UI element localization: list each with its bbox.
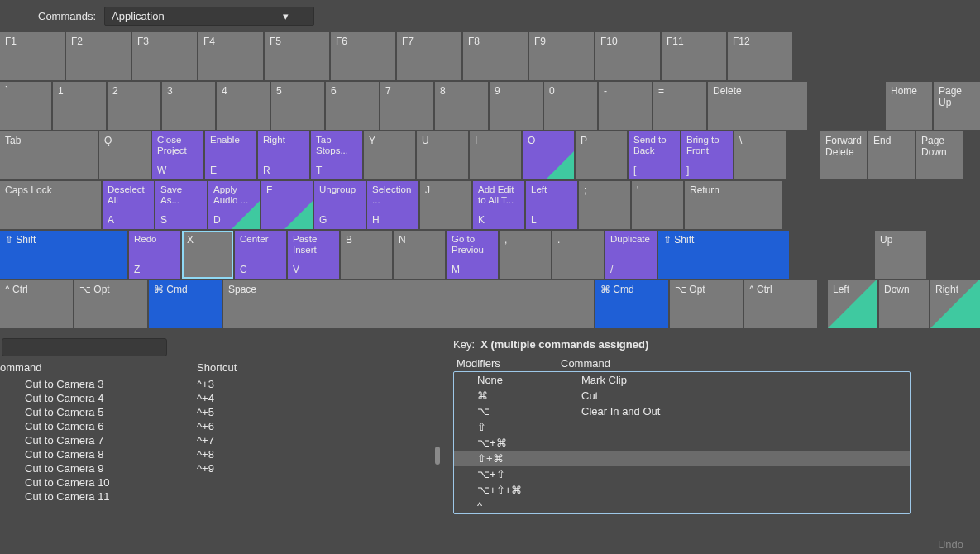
- modifier-row[interactable]: ⌥+⌘: [454, 435, 910, 451]
- key--cmd[interactable]: ⌘ Cmd: [595, 280, 668, 328]
- key--[interactable]: ;: [579, 181, 630, 229]
- key-k[interactable]: Add Edit to All T...K: [473, 181, 524, 229]
- key-tab[interactable]: Tab: [0, 131, 98, 179]
- scrollbar-thumb[interactable]: [435, 447, 440, 465]
- key--opt[interactable]: ⌥ Opt: [74, 280, 147, 328]
- key--shift[interactable]: ⇧ Shift: [658, 231, 789, 279]
- key-0[interactable]: 0: [544, 82, 597, 130]
- key-f2[interactable]: F2: [66, 32, 131, 80]
- key--opt[interactable]: ⌥ Opt: [670, 280, 743, 328]
- key-5[interactable]: 5: [271, 82, 324, 130]
- key--[interactable]: `: [0, 82, 51, 130]
- key-delete[interactable]: Delete: [708, 82, 807, 130]
- key-y[interactable]: Y: [364, 131, 415, 179]
- key--ctrl[interactable]: ^ Ctrl: [0, 280, 73, 328]
- key-r[interactable]: RightR: [258, 131, 309, 179]
- command-row[interactable]: Cut to Camera 4^+4: [0, 391, 453, 405]
- key-f11[interactable]: F11: [662, 32, 726, 80]
- key-v[interactable]: Paste InsertV: [288, 231, 339, 279]
- key-7[interactable]: 7: [380, 82, 433, 130]
- key-d[interactable]: Apply Audio ...D: [208, 181, 260, 229]
- key-f5[interactable]: F5: [265, 32, 329, 80]
- key-w[interactable]: Close ProjectW: [152, 131, 203, 179]
- key-1[interactable]: 1: [53, 82, 106, 130]
- command-row[interactable]: Cut to Camera 10: [0, 475, 453, 490]
- key-f12[interactable]: F12: [728, 32, 792, 80]
- key-u[interactable]: U: [417, 131, 468, 179]
- key--ctrl[interactable]: ^ Ctrl: [744, 280, 817, 328]
- key-s[interactable]: Save As...S: [155, 181, 207, 229]
- key--[interactable]: \: [734, 131, 786, 179]
- key-g[interactable]: UngroupG: [314, 181, 366, 229]
- key-page-down[interactable]: Page Down: [916, 131, 963, 179]
- key-f10[interactable]: F10: [595, 32, 660, 80]
- key--shift[interactable]: ⇧ Shift: [0, 231, 127, 279]
- key-x[interactable]: X: [182, 231, 233, 279]
- key-c[interactable]: CenterC: [235, 231, 286, 279]
- command-row[interactable]: Cut to Camera 7^+7: [0, 433, 453, 447]
- command-row[interactable]: Cut to Camera 9^+9: [0, 461, 453, 475]
- key-f1[interactable]: F1: [0, 32, 65, 80]
- key-i[interactable]: I: [470, 131, 521, 179]
- modifier-row[interactable]: ⌥+⇧: [454, 466, 910, 482]
- key-l[interactable]: LeftL: [526, 181, 577, 229]
- key-4[interactable]: 4: [217, 82, 270, 130]
- key-j[interactable]: J: [420, 181, 471, 229]
- undo-button[interactable]: Undo: [938, 538, 963, 551]
- key-n[interactable]: N: [394, 231, 445, 279]
- command-row[interactable]: Cut to Camera 6^+6: [0, 419, 453, 433]
- modifier-row[interactable]: ⌘Cut: [454, 388, 910, 404]
- key-3[interactable]: 3: [162, 82, 215, 130]
- key-page-up[interactable]: Page Up: [934, 82, 980, 130]
- key-home[interactable]: Home: [886, 82, 932, 130]
- key-t[interactable]: Tab Stops...T: [311, 131, 362, 179]
- key-right[interactable]: Right: [930, 280, 980, 328]
- command-row[interactable]: Cut to Camera 3^+3: [0, 377, 453, 391]
- search-input[interactable]: [2, 338, 167, 356]
- key--[interactable]: Send to Back[: [629, 131, 680, 179]
- key-caps-lock[interactable]: Caps Lock: [0, 181, 101, 229]
- key--[interactable]: =: [653, 82, 706, 130]
- key-down[interactable]: Down: [879, 280, 929, 328]
- key-h[interactable]: Selection ...H: [367, 181, 418, 229]
- key-f4[interactable]: F4: [198, 32, 263, 80]
- key--[interactable]: -: [599, 82, 652, 130]
- key-f3[interactable]: F3: [132, 32, 197, 80]
- key-up[interactable]: Up: [875, 231, 926, 279]
- key--[interactable]: Bring to Front]: [681, 131, 733, 179]
- key-f6[interactable]: F6: [331, 32, 395, 80]
- key-b[interactable]: B: [341, 231, 392, 279]
- key-2[interactable]: 2: [108, 82, 160, 130]
- key-left[interactable]: Left: [828, 280, 877, 328]
- modifier-row[interactable]: ⇧+⌘: [454, 451, 910, 466]
- key-6[interactable]: 6: [326, 82, 379, 130]
- command-row[interactable]: Cut to Camera 5^+5: [0, 405, 453, 419]
- key-q[interactable]: Q: [99, 131, 151, 179]
- key-return[interactable]: Return: [685, 181, 782, 229]
- key--[interactable]: ': [632, 181, 683, 229]
- modifier-row[interactable]: ⇧: [454, 419, 910, 435]
- modifier-row[interactable]: ^: [454, 498, 910, 513]
- key-end[interactable]: End: [868, 131, 915, 179]
- key-space[interactable]: Space: [223, 280, 594, 328]
- key-e[interactable]: EnableE: [205, 131, 256, 179]
- modifier-row[interactable]: ⌥Clear In and Out: [454, 404, 910, 419]
- key-f9[interactable]: F9: [529, 32, 594, 80]
- key-f8[interactable]: F8: [463, 32, 528, 80]
- command-row[interactable]: Cut to Camera 11: [0, 490, 453, 504]
- key-forward-delete[interactable]: Forward Delete: [820, 131, 867, 179]
- commands-select[interactable]: Application ▾: [104, 7, 314, 26]
- key-a[interactable]: Deselect AllA: [103, 181, 154, 229]
- key-9[interactable]: 9: [490, 82, 543, 130]
- key--[interactable]: ,: [500, 231, 551, 279]
- key-8[interactable]: 8: [435, 82, 488, 130]
- key-p[interactable]: P: [576, 131, 627, 179]
- key-f[interactable]: F: [261, 181, 313, 229]
- key--[interactable]: .: [552, 231, 604, 279]
- key-o[interactable]: O: [523, 131, 574, 179]
- key-m[interactable]: Go to PreviouM: [447, 231, 498, 279]
- key-f7[interactable]: F7: [397, 32, 461, 80]
- command-row[interactable]: Cut to Camera 8^+8: [0, 447, 453, 461]
- modifier-row[interactable]: ⌥+⇧+⌘: [454, 482, 910, 498]
- key-z[interactable]: RedoZ: [129, 231, 180, 279]
